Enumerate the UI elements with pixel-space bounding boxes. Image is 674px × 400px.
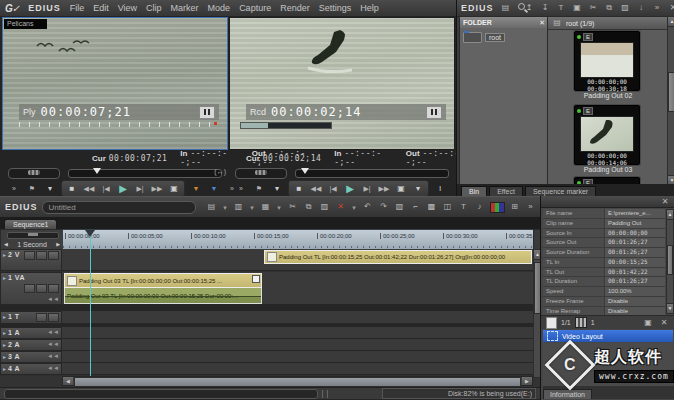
dropdown-icon[interactable]: ▾ xyxy=(276,201,283,213)
menu-item-render[interactable]: Render xyxy=(280,3,310,13)
track-lane-1va[interactable]: Padding Out 03 TL [In:00:00:00;00 Out:00… xyxy=(62,272,533,305)
tab-effect[interactable]: Effect xyxy=(489,186,523,196)
expand-icon[interactable]: ▸ xyxy=(3,353,6,360)
pause-icon[interactable] xyxy=(199,106,215,119)
clip-name[interactable]: Padding Out 02 xyxy=(548,92,668,99)
expand-icon[interactable]: ▸ xyxy=(3,365,6,372)
close-icon[interactable]: ✕ xyxy=(659,196,671,208)
track-header-3a[interactable]: ▸ 3 A ◄◄ xyxy=(0,351,62,363)
track-lane-2a[interactable] xyxy=(62,339,533,351)
menu-item-view[interactable]: View xyxy=(118,3,137,13)
menu-item-edit[interactable]: Edit xyxy=(93,3,109,13)
set-in-marker-icon[interactable]: ▼ xyxy=(189,182,203,195)
capture-monitor-icon[interactable]: ▣ xyxy=(571,2,583,14)
track-header-1t[interactable]: ▸ 1 T xyxy=(0,311,62,324)
scrollbar-thumb[interactable] xyxy=(667,245,673,275)
stop-button[interactable]: ■ xyxy=(292,182,306,195)
redo-icon[interactable]: ↷ xyxy=(378,201,390,213)
scroll-up-icon[interactable]: ▲ xyxy=(667,210,673,220)
scroll-left-icon[interactable]: ◀ xyxy=(63,377,73,385)
player-position-marker[interactable] xyxy=(93,168,101,174)
bin-scrollbar[interactable]: ▲ ▼ xyxy=(667,16,674,186)
step-back-button[interactable]: |◀ xyxy=(99,182,113,195)
recorder-shuttle-slider[interactable] xyxy=(235,168,287,179)
close-icon[interactable]: ✕ xyxy=(667,2,674,14)
track-button[interactable] xyxy=(24,284,35,293)
import-icon[interactable]: ↧ xyxy=(539,2,551,14)
paste-icon[interactable]: ▨ xyxy=(619,2,631,14)
menu-item-clip[interactable]: Clip xyxy=(146,3,162,13)
scrollbar-thumb[interactable] xyxy=(668,72,674,112)
more-tools-icon[interactable]: » xyxy=(525,201,537,213)
expand-icon[interactable]: ▸ xyxy=(3,341,6,348)
recorder-position-marker[interactable] xyxy=(301,168,309,174)
expand-icon[interactable]: ▸ xyxy=(3,251,6,258)
open-project-icon[interactable]: ▥ xyxy=(233,201,245,213)
status-input-field[interactable] xyxy=(4,389,318,399)
expand-icon[interactable]: ▸ xyxy=(3,329,6,336)
scroll-up-icon[interactable]: ▲ xyxy=(668,17,674,27)
clip-handle[interactable] xyxy=(252,275,260,283)
scroll-right-icon[interactable]: ▶ xyxy=(522,377,532,385)
dropdown-icon[interactable]: ▾ xyxy=(222,201,229,213)
menu-item-help[interactable]: Help xyxy=(360,3,379,13)
sort-icon[interactable]: ↓ xyxy=(635,2,647,14)
tab-sequence1[interactable]: Sequence1 xyxy=(4,219,57,229)
playhead-marker[interactable] xyxy=(85,230,95,237)
track-lane-4a[interactable] xyxy=(62,363,533,375)
step-forward-button[interactable]: ▶| xyxy=(133,182,147,195)
project-name-field[interactable]: Untitled xyxy=(42,201,196,214)
pause-icon[interactable] xyxy=(426,106,442,119)
title-tool-icon[interactable]: T xyxy=(555,2,567,14)
track-lane-1a[interactable] xyxy=(62,327,533,339)
player-shuttle-slider[interactable] xyxy=(8,168,60,179)
speaker-icons[interactable]: ◄◄ xyxy=(47,341,59,347)
new-folder-icon[interactable]: ▤ xyxy=(500,2,512,14)
mixer-icon[interactable]: ▩ xyxy=(426,201,438,213)
timeline-clip-2v[interactable]: Padding Out TL [In:00:00:15;25 Out:00:01… xyxy=(264,250,532,264)
add-marker-icon[interactable]: ⚑ xyxy=(25,182,39,195)
rewind-button[interactable]: ◀◀ xyxy=(309,182,323,195)
fast-forward-button[interactable]: ▶▶ xyxy=(377,182,391,195)
track-lane-3a[interactable] xyxy=(62,351,533,363)
play-button[interactable]: ▶ xyxy=(343,182,357,195)
timeline-horizontal-scrollbar[interactable]: ◀ ▶ xyxy=(62,376,533,386)
voice-over-icon[interactable]: ♪ xyxy=(474,201,486,213)
layout-icon[interactable]: ▣ xyxy=(642,317,654,329)
track-header-1va[interactable]: ▸ 1 VA ◄◄ xyxy=(0,272,62,305)
loop-range-icon[interactable]: (↔) xyxy=(214,168,226,175)
track-header-4a[interactable]: ▸ 4 A ◄◄ xyxy=(0,363,62,375)
dropdown-icon[interactable]: ▾ xyxy=(249,201,256,213)
set-in-out-icon[interactable]: I xyxy=(433,182,447,195)
set-out-marker-icon[interactable]: ▼ xyxy=(207,182,221,195)
mode-icon[interactable]: ▧ xyxy=(394,201,406,213)
step-forward-button[interactable]: ▶| xyxy=(360,182,374,195)
timescale-slider[interactable] xyxy=(7,232,59,239)
color-correction-icon[interactable] xyxy=(490,202,505,213)
undo-icon[interactable]: ↶ xyxy=(362,201,374,213)
copy-icon[interactable]: ⧉ xyxy=(603,2,615,14)
step-back-button[interactable]: |◀ xyxy=(326,182,340,195)
timeline-ruler[interactable]: 00:00:00;00 00:00:05;00 00:00:10;00 00:0… xyxy=(62,229,535,251)
close-icon[interactable]: ✕ xyxy=(539,19,545,27)
speaker-icons[interactable]: ◄◄ xyxy=(47,329,59,335)
timescale-selector[interactable]: ◀ 1 Second ▶ xyxy=(2,239,62,249)
speaker-icons[interactable]: ◄◄ xyxy=(47,353,59,359)
search-icon[interactable] xyxy=(516,2,519,14)
menu-item-mode[interactable]: Mode xyxy=(208,3,231,13)
stop-button[interactable]: ■ xyxy=(65,182,79,195)
scale-right-icon[interactable]: ▶ xyxy=(56,241,60,247)
cut-icon[interactable]: ✂ xyxy=(287,201,299,213)
rewind-button[interactable]: ◀◀ xyxy=(82,182,96,195)
expand-icon[interactable]: ▸ xyxy=(3,313,6,320)
speaker-icons[interactable]: ◄◄ xyxy=(47,365,59,371)
close-icon[interactable]: ✕ xyxy=(658,317,670,329)
menu-item-capture[interactable]: Capture xyxy=(239,3,271,13)
scale-left-icon[interactable]: ◀ xyxy=(4,241,8,247)
scroll-down-icon[interactable]: ▼ xyxy=(667,303,673,313)
track-button[interactable] xyxy=(48,284,59,293)
title-tool-icon[interactable]: T xyxy=(458,201,470,213)
new-sequence-icon[interactable]: ▤ xyxy=(206,201,218,213)
copy-icon[interactable]: ⧉ xyxy=(303,201,315,213)
timeline-clip-1va-audio[interactable]: Padding Out 03 TL [In:00:00:00;00 Out:00… xyxy=(64,288,262,304)
